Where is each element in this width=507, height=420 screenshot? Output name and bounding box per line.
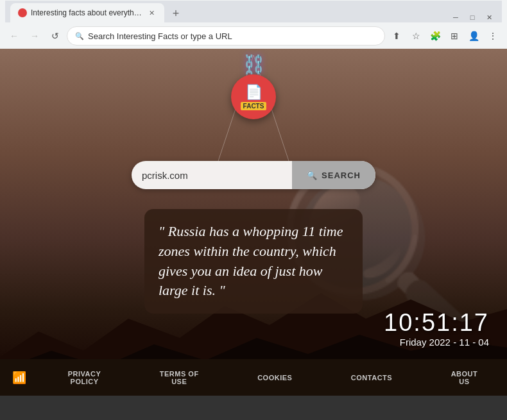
maximize-button[interactable]: □ [467,12,477,22]
address-bar[interactable]: 🔍 Search Interesting Facts or type a URL [67,26,385,46]
chain-link-icon: ⛓️ [243,54,265,75]
menu-button[interactable]: ⋮ [484,27,502,45]
profile-button[interactable]: 👤 [465,27,483,45]
footer-wifi-icon: 📶 [0,371,39,385]
minimize-button[interactable]: ─ [451,12,461,22]
new-tab-button[interactable]: + [167,4,185,22]
forward-button[interactable]: → [26,27,44,45]
back-button[interactable]: ← [5,27,23,45]
footer-link-contacts[interactable]: CONTACTS [351,374,392,382]
footer-link-about-us[interactable]: ABOUTUS [451,370,478,385]
search-button-label: SEARCH [322,171,361,180]
footer-link-cookies[interactable]: COOKIES [257,374,292,382]
split-view-button[interactable]: ⊞ [445,27,463,45]
quote-box: " Russia has a whopping 11 time zones wi… [144,209,363,314]
clock-date: Friday 2022 - 11 - 04 [384,337,489,348]
nav-actions: ⬆ ☆ 🧩 ⊞ 👤 ⋮ [388,27,502,45]
tab-title: Interesting facts about everythin... [31,8,142,17]
reload-button[interactable]: ↺ [46,27,64,45]
title-bar: Interesting facts about everythin... ✕ +… [0,0,507,23]
tab-favicon [18,8,27,17]
tab-close-button[interactable]: ✕ [146,8,157,18]
footer-links: PRIVACYPOLICY TERMS OFUSE COOKIES CONTAC… [39,370,507,385]
address-search-icon: 🔍 [75,32,84,40]
search-bar: 🔍 SEARCH [132,161,375,189]
search-container: 🔍 SEARCH [132,161,375,189]
address-text: Search Interesting Facts or type a URL [88,31,377,41]
bookmark-button[interactable]: ☆ [407,27,425,45]
page-content: 🔍 ⛓️ 📄 FACTS 🔍 SEARCH " Russia has a who… [0,49,507,396]
quote-text: " Russia has a whopping 11 time zones wi… [159,222,348,301]
footer-link-terms-of-use[interactable]: TERMS OFUSE [160,370,199,385]
search-input[interactable] [132,170,292,181]
footer: 📶 PRIVACYPOLICY TERMS OFUSE COOKIES CONT… [0,359,507,396]
browser-chrome: Interesting facts about everythin... ✕ +… [0,0,507,49]
clock-container: 10:51:17 Friday 2022 - 11 - 04 [384,309,489,348]
facts-label: FACTS [241,102,267,110]
clock-time: 10:51:17 [384,309,489,337]
search-button[interactable]: 🔍 SEARCH [292,161,375,189]
search-magnifier-icon: 🔍 [307,171,318,180]
facts-logo[interactable]: 📄 FACTS [231,74,276,119]
footer-link-privacy-policy[interactable]: PRIVACYPOLICY [68,370,101,385]
share-button[interactable]: ⬆ [388,27,406,45]
extensions-button[interactable]: 🧩 [426,27,444,45]
close-button[interactable]: ✕ [484,12,494,22]
browser-tab[interactable]: Interesting facts about everythin... ✕ [10,3,164,22]
navigation-bar: ← → ↺ 🔍 Search Interesting Facts or type… [0,23,507,49]
